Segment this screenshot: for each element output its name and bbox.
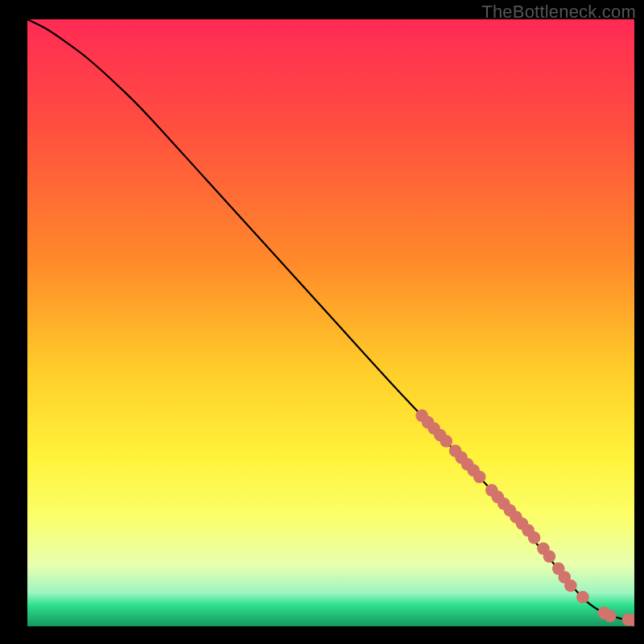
highlight-dot <box>528 531 541 544</box>
highlight-dot <box>576 591 589 604</box>
chart-stage: TheBottleneck.com <box>0 0 644 644</box>
highlight-dot <box>440 435 452 448</box>
highlight-dot <box>543 550 556 563</box>
highlight-dot <box>473 471 486 484</box>
plot-area <box>27 19 634 626</box>
chart-svg <box>27 19 634 626</box>
highlight-dot <box>564 580 577 592</box>
highlight-dot <box>604 609 617 622</box>
gradient-background <box>27 19 634 626</box>
